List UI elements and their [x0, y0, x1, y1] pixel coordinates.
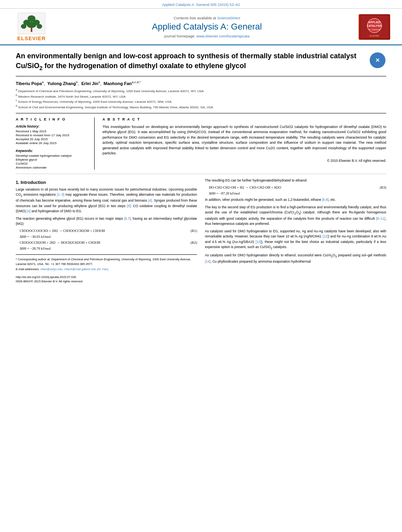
- footnote-email: E-mail addresses: mfan@uwyo.edu, mfan3@m…: [16, 267, 197, 271]
- title-section: An environmentally benign and low-cost a…: [16, 51, 386, 76]
- equation-r1: CH3OOCCOOCH3 + 2H2 → CH3OOCCH2OH + CH3OH…: [20, 229, 197, 233]
- svg-point-5: [21, 24, 26, 29]
- article-content: An environmentally benign and low-cost a…: [0, 45, 402, 289]
- keyword-3: Cu/SiO2: [16, 162, 89, 165]
- svg-text:APPLIED: APPLIED: [368, 21, 380, 24]
- author-1: Tiberiu Popa: [16, 81, 42, 86]
- journal-center: Contents lists available at ScienceDirec…: [55, 16, 359, 38]
- right-para-other-products: In addition, other products might be gen…: [205, 197, 386, 202]
- issn-text: 0926-860X/© 2015 Elsevier B.V. All right…: [16, 279, 197, 284]
- journal-header: ELSEVIER Contents lists available at Sci…: [0, 9, 402, 45]
- delta-r3: ΔH0 = −87.20 kJ/mol: [209, 191, 386, 195]
- svg-text:CATALYSIS: CATALYSIS: [367, 24, 382, 27]
- keywords-section: Keywords: Dimethyl oxalate hydrogenation…: [16, 149, 89, 169]
- elsevier-wordmark: ELSEVIER: [17, 35, 46, 41]
- crossmark-logo[interactable]: ✕: [368, 51, 386, 69]
- keywords-label: Keywords:: [16, 149, 89, 153]
- authors-line: Tiberiu Popaa, Yulong Zhangb, Erlei Jina…: [16, 80, 386, 86]
- elsevier-logo: ELSEVIER: [8, 13, 55, 41]
- affiliation-c: c School of Energy Resources, University…: [16, 99, 386, 104]
- copyright-line: © 2015 Elsevier B.V. All rights reserved…: [102, 159, 386, 163]
- equation-r3: HO-CH2-CH2-OH + H2 → CH3-CH2-OH + H2O (R…: [209, 185, 386, 189]
- journal-citation-link[interactable]: Applied Catalysis A: General 505 (2015) …: [162, 2, 240, 7]
- doi-link[interactable]: http://dx.doi.org/10.1016/j.apcata.2015.…: [16, 274, 76, 279]
- affiliation-a: a Department of Chemical and Petroleum E…: [16, 88, 386, 93]
- article-info-col: A R T I C L E I N F O Article history: R…: [16, 117, 95, 170]
- affiliation-d: d School of Civil and Environmental Engi…: [16, 104, 386, 109]
- eq-r2-text: CH3OOCCH2OH + 2H2 → HOCH2CH2OH + CH3OH: [20, 241, 100, 245]
- eq-r1-num: (R1): [191, 229, 197, 233]
- revised-date: Received in revised form 17 July 2015: [16, 133, 89, 137]
- article-title: An environmentally benign and low-cost a…: [16, 51, 368, 72]
- body-section: 1. Introduction Large variations in oil …: [16, 178, 386, 285]
- right-para-au-ag: As catalysts used for DMO hydrogenation …: [205, 229, 386, 250]
- history-label: Article history:: [16, 124, 89, 128]
- author-4: Maohong Fan: [104, 81, 132, 86]
- homepage-line: journal homepage: www.elsevier.com/locat…: [59, 34, 355, 38]
- abstract-text: This investigation focused on developing…: [102, 124, 386, 156]
- footnote-corresponding: * Corresponding author at: Department of…: [16, 257, 197, 266]
- intro-para-2: The reaction generating ethylene glycol …: [16, 216, 197, 226]
- footnote-email-link[interactable]: mfan@uwyo.edu, mfan3@mail.gatech.edu (M.…: [40, 267, 109, 271]
- delta-r2: ΔH0 = −28.70 kJ/mol: [20, 247, 197, 250]
- svg-text:ELSEVIER: ELSEVIER: [369, 35, 379, 37]
- eq-r1-text: CH3OOCCOOCH3 + 2H2 → CH3OOCCH2OH + CH3OH: [20, 229, 105, 233]
- equation-r2: CH3OOCCH2OH + 2H2 → HOCH2CH2OH + CH3OH (…: [20, 241, 197, 245]
- intro-heading: 1. Introduction: [16, 180, 197, 185]
- affiliations: a Department of Chemical and Petroleum E…: [16, 88, 386, 113]
- top-bar: Applied Catalysis A: General 505 (2015) …: [0, 0, 402, 9]
- homepage-link[interactable]: www.elsevier.com/locate/apcata: [196, 34, 249, 38]
- contents-line: Contents lists available at ScienceDirec…: [59, 16, 355, 20]
- right-para-ethanol: As catalysts used for DMO hydrogenation …: [205, 253, 386, 264]
- delta-r1: ΔH0 = −30.03 kJ/mol: [20, 235, 197, 239]
- right-para-key: The key to the second step of EG product…: [205, 205, 386, 226]
- accepted-date: Accepted 20 July 2015: [16, 137, 89, 141]
- body-left-col: 1. Introduction Large variations in oil …: [16, 178, 197, 285]
- page: Applied Catalysis A: General 505 (2015) …: [0, 0, 402, 532]
- received-date: Received 1 May 2015: [16, 130, 89, 133]
- svg-point-3: [27, 22, 36, 28]
- keyword-2: Ethylene glycol: [16, 158, 89, 161]
- abstract-col: A B S T R A C T This investigation focus…: [102, 117, 386, 170]
- keyword-4: Ammonium carbonate: [16, 166, 89, 169]
- eq-r3-num: (R3): [380, 185, 387, 189]
- info-abstract-section: A R T I C L E I N F O Article history: R…: [16, 117, 386, 174]
- crossmark-circle: ✕: [370, 52, 385, 68]
- svg-text:A: General: A: General: [368, 28, 380, 31]
- intro-para-1: Large variations in oil prices have rece…: [16, 187, 197, 214]
- affiliation-b: b Western Research Institute, 3474 North…: [16, 94, 386, 98]
- journal-title: Applied Catalysis A: General: [59, 22, 355, 32]
- elsevier-tree-icon: [18, 13, 45, 34]
- sciencedirect-link[interactable]: ScienceDirect: [217, 16, 240, 20]
- eq-r3-text: HO-CH2-CH2-OH + H2 → CH3-CH2-OH + H2O: [209, 185, 281, 189]
- svg-point-6: [37, 24, 42, 29]
- keyword-1: Dimethyl oxalate hydrogenation catalyst: [16, 154, 89, 158]
- online-date: Available online 26 July 2015: [16, 141, 89, 145]
- article-info-label: A R T I C L E I N F O: [16, 117, 89, 121]
- body-right-col: The resulting EG can be further hydrogen…: [205, 178, 386, 285]
- journal-logo: APPLIED CATALYSIS A: General ELSEVIER: [359, 14, 390, 40]
- author-3: Erlei Jin: [81, 81, 98, 86]
- author-2: Yulong Zhang: [47, 81, 76, 86]
- footnotes: * Corresponding author at: Department of…: [16, 254, 197, 284]
- abstract-label: A B S T R A C T: [102, 117, 386, 121]
- eq-r2-num: (R2): [191, 241, 197, 245]
- right-para-eg-intro: The resulting EG can be further hydrogen…: [205, 178, 386, 183]
- svg-rect-4: [31, 27, 32, 32]
